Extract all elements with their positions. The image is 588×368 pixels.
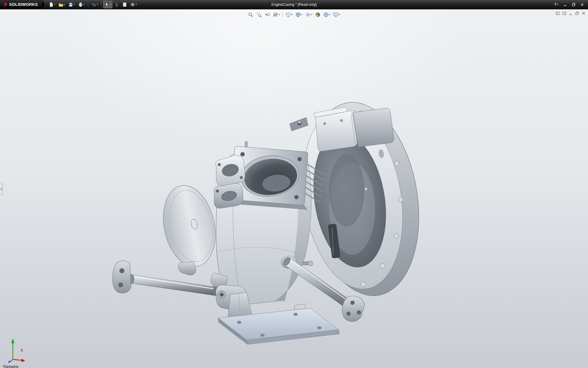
dropdown-caret[interactable]: ▾	[136, 3, 137, 6]
dropdown-caret[interactable]: ▾	[301, 13, 302, 16]
undo-icon	[91, 2, 96, 7]
window-controls: ? ▾	[553, 2, 588, 8]
zoom-to-fit-button[interactable]	[247, 11, 254, 18]
dropdown-caret[interactable]: ▾	[291, 13, 292, 16]
dropdown-caret[interactable]: ▾	[329, 13, 330, 16]
flyout-arrow-icon	[0, 188, 2, 190]
previous-view-button[interactable]	[263, 11, 271, 18]
dropdown-caret[interactable]: ▾	[74, 3, 75, 6]
headsup-view-toolbar: ▾ ▾ ▾ ▾	[245, 11, 343, 18]
apply-scene-globe-icon	[323, 12, 329, 17]
feature-manager-pane-icon	[556, 11, 560, 15]
window-title: EngineCasing * [Read-only]	[271, 2, 316, 7]
graphics-viewport[interactable]: ▾ ▾ ▾ ▾	[0, 9, 588, 368]
display-style-cube-icon	[295, 12, 301, 17]
model-canvas[interactable]	[0, 10, 588, 368]
restore-icon	[572, 3, 575, 6]
brand-separator	[42, 0, 44, 9]
display-style-button[interactable]: ▾	[294, 11, 303, 18]
titlebar-toolbar: ▾ ▾ ▾ ▾ ▾	[47, 1, 138, 8]
display-pane-icon	[562, 11, 566, 15]
document-window-controls	[556, 11, 586, 15]
zoom-to-area-button[interactable]	[255, 11, 262, 18]
select-cursor-icon	[104, 2, 109, 7]
close-button[interactable]	[579, 2, 585, 8]
options-gear-icon	[130, 2, 135, 7]
dropdown-caret[interactable]: ▾	[110, 3, 111, 6]
print-icon	[78, 2, 83, 7]
view-orientation-cube-icon	[285, 12, 291, 17]
titlebar: SOLIDWORKS ▾ ▾ ▾	[0, 0, 588, 9]
print-button[interactable]: ▾	[77, 1, 86, 8]
view-settings-button[interactable]: ▾	[332, 11, 341, 18]
toolbar-separator	[101, 2, 101, 7]
open-button[interactable]: ▾	[57, 1, 66, 8]
display-pane-button[interactable]	[562, 11, 566, 15]
brand-text: SOLIDWORKS	[9, 2, 38, 7]
hide-show-eye-icon	[305, 12, 311, 17]
undo-button[interactable]: ▾	[90, 1, 99, 8]
edit-appearance-ball-icon	[315, 12, 321, 17]
new-document-button[interactable]: ▾	[47, 1, 57, 8]
file-properties-button[interactable]	[121, 1, 128, 8]
triad-x-label: X	[21, 349, 23, 352]
hud-separator	[282, 12, 283, 17]
restore-document-button[interactable]	[575, 11, 579, 15]
zoom-to-fit-icon	[248, 12, 253, 17]
file-properties-icon	[122, 2, 127, 7]
save-button[interactable]: ▾	[67, 1, 76, 8]
zoom-to-area-icon	[256, 12, 262, 17]
engine-casing-model[interactable]	[112, 94, 432, 344]
view-orientation-button[interactable]: ▾	[285, 11, 293, 18]
save-icon	[68, 2, 73, 7]
side-cover	[156, 181, 222, 275]
hide-show-items-button[interactable]: ▾	[304, 11, 313, 18]
options-button[interactable]: ▾	[129, 1, 138, 8]
view-settings-monitor-icon	[333, 12, 339, 17]
edit-appearance-button[interactable]	[314, 11, 322, 18]
apply-scene-button[interactable]: ▾	[322, 11, 331, 18]
gasket-plates	[214, 155, 245, 208]
close-icon	[580, 3, 584, 6]
rebuild-button[interactable]	[113, 1, 120, 8]
select-tool-button[interactable]: ▾	[103, 1, 112, 8]
dropdown-caret[interactable]: ▾	[97, 3, 98, 6]
close-document-button[interactable]	[582, 11, 586, 15]
dropdown-caret[interactable]: ▾	[311, 13, 312, 16]
dropdown-caret[interactable]: ▾	[278, 13, 280, 16]
app-brand: SOLIDWORKS	[0, 0, 42, 9]
minimize-icon	[563, 3, 567, 6]
section-view-icon	[273, 12, 278, 17]
new-document-icon	[49, 2, 54, 7]
help-label: ?	[554, 2, 556, 7]
dassault-logo-icon	[2, 2, 7, 7]
dropdown-caret[interactable]: ▾	[54, 3, 55, 6]
previous-view-icon	[264, 12, 270, 17]
left-mount-tube	[112, 261, 218, 296]
close-document-icon	[582, 11, 586, 15]
help-button[interactable]: ? ▾	[553, 2, 559, 8]
feature-manager-pane-button[interactable]	[556, 11, 560, 15]
dropdown-caret[interactable]: ▾	[84, 3, 85, 6]
minimize-document-icon	[569, 11, 573, 15]
minimize-document-button[interactable]	[569, 11, 573, 15]
restore-document-icon	[575, 11, 579, 15]
dropdown-caret[interactable]: ▾	[64, 3, 65, 6]
dropdown-caret[interactable]: ▾	[339, 13, 340, 16]
toolbar-separator	[88, 2, 88, 7]
section-view-button[interactable]: ▾	[272, 11, 281, 18]
view-orientation-label: *Dimetric	[2, 364, 19, 368]
orientation-triad	[4, 335, 32, 363]
dropdown-caret[interactable]: ▾	[557, 3, 558, 6]
rebuild-traffic-icon	[114, 2, 119, 7]
open-folder-icon	[58, 2, 63, 7]
panel-flyout-tab[interactable]	[0, 184, 3, 195]
minimize-button[interactable]	[562, 2, 568, 8]
restore-button[interactable]	[571, 2, 576, 8]
